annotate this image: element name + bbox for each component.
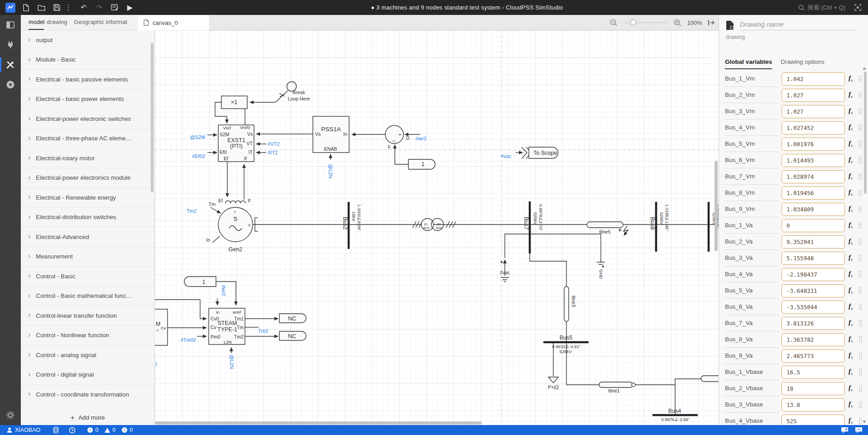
- variable-value-input[interactable]: [782, 333, 845, 346]
- feedback-comment-icon[interactable]: [841, 427, 849, 434]
- fx-expression-icon[interactable]: fx: [849, 221, 853, 229]
- error-count[interactable]: ! 0: [87, 427, 98, 433]
- tline1-block[interactable]: tline1: [599, 382, 635, 393]
- exst1-block[interactable]: EXST1 (PTI) Vref Vref0 S2M Vs VT IT Ef0 …: [218, 125, 254, 162]
- sidebar-category-item[interactable]: › Control-linear transfer function: [21, 306, 154, 326]
- drag-handle-icon[interactable]: [858, 336, 862, 343]
- drag-handle-icon[interactable]: [858, 352, 862, 359]
- constant-one-block-2[interactable]: 1: [184, 277, 216, 287]
- summing-junction[interactable]: + − D F: [385, 125, 410, 150]
- transformer-2winding[interactable]: #1 And #2 And: [422, 219, 444, 231]
- history-clock-icon[interactable]: [69, 427, 76, 434]
- fx-expression-icon[interactable]: fx: [849, 91, 853, 99]
- fx-expression-icon[interactable]: fx: [849, 107, 853, 115]
- storage-status-icon[interactable]: [53, 427, 59, 434]
- run-simulation-button[interactable]: ▶: [124, 2, 136, 14]
- governor-m-block[interactable]: M -1 Cv: [155, 309, 168, 345]
- fx-expression-icon[interactable]: fx: [849, 286, 853, 294]
- variable-value-input[interactable]: [782, 268, 845, 281]
- drag-handle-icon[interactable]: [858, 75, 862, 82]
- variable-value-input[interactable]: [782, 138, 845, 151]
- user-account[interactable]: XIAOBAO: [6, 427, 40, 433]
- fx-expression-icon[interactable]: fx: [849, 205, 853, 213]
- canvas-vertical-scrollbar[interactable]: [715, 161, 718, 251]
- list-scroll-down-icon[interactable]: [863, 421, 866, 423]
- tline-edge-block[interactable]: [701, 376, 719, 382]
- fx-expression-icon[interactable]: fx: [849, 270, 853, 278]
- fx-expression-icon[interactable]: fx: [849, 139, 853, 148]
- tab-global-variables[interactable]: Global variables: [725, 58, 772, 65]
- fx-expression-icon[interactable]: fx: [849, 319, 853, 327]
- fx-expression-icon[interactable]: fx: [849, 384, 853, 392]
- messages-bubble-icon[interactable]: [855, 427, 863, 434]
- fx-expression-icon[interactable]: fx: [849, 172, 853, 180]
- fx-expression-icon[interactable]: fx: [849, 368, 853, 376]
- sidebar-category-item[interactable]: › Electrical-rotary motor: [21, 148, 154, 168]
- panel-toggle-icon[interactable]: [0, 15, 21, 35]
- fx-expression-icon[interactable]: fx: [849, 74, 853, 82]
- variable-value-input[interactable]: [782, 219, 845, 232]
- sidebar-category-item[interactable]: › Electrical-Advanced: [21, 227, 154, 247]
- info-count[interactable]: i 0: [122, 427, 133, 433]
- sidebar-category-item[interactable]: › Electrical-power electronics module: [21, 168, 154, 188]
- drag-handle-icon[interactable]: [858, 124, 862, 131]
- open-folder-button[interactable]: [35, 2, 47, 14]
- drag-handle-icon[interactable]: [858, 385, 862, 392]
- variable-value-input[interactable]: [782, 89, 845, 102]
- fx-expression-icon[interactable]: fx: [849, 156, 853, 164]
- variable-value-input[interactable]: [782, 235, 845, 249]
- save-button[interactable]: [51, 2, 62, 14]
- sidebar-category-item[interactable]: › Electrical-power electronic switches: [21, 109, 154, 129]
- fullscreen-icon[interactable]: [852, 2, 863, 14]
- fx-expression-icon[interactable]: fx: [849, 237, 853, 245]
- settings-gear-icon[interactable]: [0, 405, 21, 425]
- zoom-level[interactable]: 100%: [686, 19, 703, 26]
- variable-value-input[interactable]: [782, 415, 845, 425]
- variable-value-input[interactable]: [782, 105, 845, 118]
- run-jobs-icon[interactable]: [0, 75, 21, 95]
- drag-handle-icon[interactable]: [858, 303, 862, 311]
- sidebar-category-item[interactable]: › Control - Nonlinear function: [21, 326, 154, 346]
- undo-button[interactable]: ↶: [78, 2, 90, 14]
- variable-value-input[interactable]: [782, 203, 845, 216]
- nc-terminal-1[interactable]: NC: [279, 314, 306, 323]
- drag-handle-icon[interactable]: [858, 108, 862, 115]
- drag-handle-icon[interactable]: [858, 320, 862, 327]
- fx-expression-icon[interactable]: fx: [849, 188, 853, 196]
- fx-expression-icon[interactable]: fx: [849, 400, 853, 408]
- tab-drawing[interactable]: drawing: [47, 19, 67, 25]
- add-more-button[interactable]: + Add more: [21, 410, 155, 425]
- drag-handle-icon[interactable]: [858, 173, 862, 180]
- design-tools-icon[interactable]: [0, 55, 21, 75]
- to-scope-block[interactable]: To Scope: [522, 147, 558, 158]
- sidebar-category-item[interactable]: › Electrical - basic power elements: [21, 90, 154, 110]
- pq-load-arrow[interactable]: [548, 377, 558, 383]
- warning-count[interactable]: 0: [105, 427, 115, 433]
- drag-handle-icon[interactable]: [858, 157, 862, 164]
- sidebar-category-item[interactable]: › Electrical-distribution switches: [21, 208, 154, 228]
- redo-button[interactable]: ↷: [93, 2, 105, 14]
- drag-handle-icon[interactable]: [858, 417, 862, 425]
- drag-handle-icon[interactable]: [858, 287, 862, 294]
- drag-handle-icon[interactable]: [858, 401, 862, 408]
- drag-handle-icon[interactable]: [858, 91, 862, 99]
- tab-canvas-0[interactable]: canvas_0: [138, 15, 210, 30]
- fx-expression-icon[interactable]: fx: [849, 253, 853, 262]
- script-editor-button[interactable]: [109, 2, 120, 14]
- variable-value-input[interactable]: [782, 317, 845, 330]
- sidebar-category-item[interactable]: › Control - digital signal: [21, 365, 154, 385]
- sidebar-category-item[interactable]: › Control - Basic mathematical func…: [21, 287, 154, 306]
- app-logo-icon[interactable]: [5, 3, 15, 13]
- drag-handle-icon[interactable]: [858, 140, 862, 148]
- variable-value-input[interactable]: [782, 252, 845, 265]
- canvas-horizontal-scrollbar[interactable]: [155, 421, 482, 425]
- fx-expression-icon[interactable]: fx: [849, 351, 853, 359]
- sidebar-category-item[interactable]: › Electrical - Renewable energy: [21, 188, 154, 208]
- components-plug-icon[interactable]: [0, 35, 21, 55]
- new-file-button[interactable]: [20, 2, 32, 14]
- sidebar-category-item[interactable]: › output: [21, 30, 154, 50]
- tline3-block[interactable]: [564, 287, 569, 321]
- global-search[interactable]: 搜索 (Ctrl + Q): [798, 4, 845, 12]
- drag-handle-icon[interactable]: [858, 238, 862, 245]
- pss1a-block[interactable]: PSS1A Vs In ENAB: [313, 116, 349, 153]
